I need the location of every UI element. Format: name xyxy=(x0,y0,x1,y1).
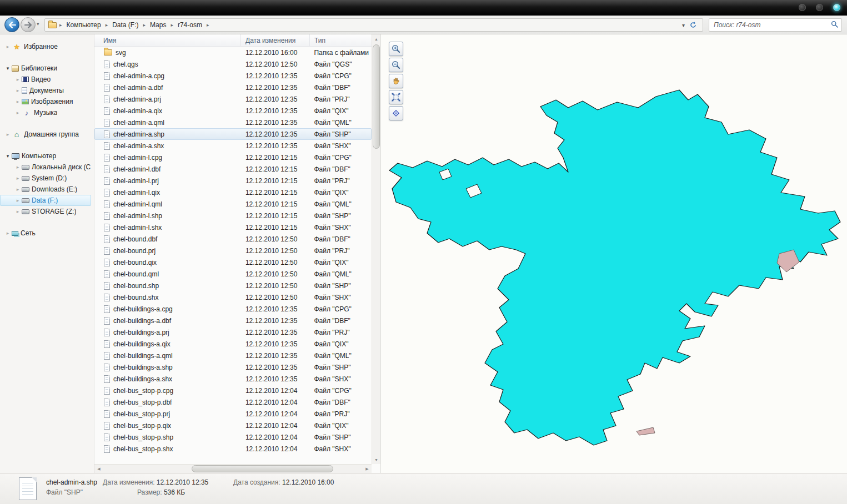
sidebar-item-drive-e[interactable]: ▸Downloads (E:) xyxy=(0,184,91,195)
address-dropdown-icon[interactable]: ▾ xyxy=(678,22,689,28)
sidebar-item-homegroup[interactable]: ▸Домашняя группа xyxy=(0,129,91,140)
sidebar-item-video[interactable]: ▸Видео xyxy=(0,74,91,85)
column-header-type[interactable]: Тип xyxy=(310,34,372,46)
file-row[interactable]: chel-buildings-a.qml12.12.2010 12:35Файл… xyxy=(94,350,372,361)
refresh-icon[interactable] xyxy=(689,21,699,29)
file-row[interactable]: chel-admin-a.shx12.12.2010 12:35Файл "SH… xyxy=(94,140,372,152)
scroll-right-icon[interactable]: ▶ xyxy=(363,465,372,473)
file-row[interactable]: chel-admin-a.qix12.12.2010 12:35Файл "QI… xyxy=(94,105,372,117)
file-row[interactable]: chel-buildings-a.dbf12.12.2010 12:35Файл… xyxy=(94,315,372,326)
file-row[interactable]: chel-admin-l.shx12.12.2010 12:15Файл "SH… xyxy=(94,221,372,233)
homegroup-icon xyxy=(12,130,22,139)
sidebar-item-libraries[interactable]: ▾Библиотеки xyxy=(0,63,91,74)
horizontal-scrollbar-thumb[interactable] xyxy=(192,465,333,472)
expand-arrow-icon[interactable]: ▸ xyxy=(14,175,22,181)
collapse-arrow-icon[interactable]: ▾ xyxy=(4,65,12,71)
breadcrumb-item[interactable]: Maps xyxy=(146,21,170,29)
minimize-button[interactable] xyxy=(799,4,806,11)
file-row[interactable]: chel-admin-l.qml12.12.2010 12:15Файл "QM… xyxy=(94,198,372,210)
scroll-down-icon[interactable]: ▼ xyxy=(372,455,380,464)
expand-arrow-icon[interactable]: ▸ xyxy=(4,44,12,49)
file-row[interactable]: chel-bus_stop-p.dbf12.12.2010 12:04Файл … xyxy=(94,396,372,408)
file-row[interactable]: chel-admin-l.shp12.12.2010 12:15Файл "SH… xyxy=(94,210,372,221)
file-row[interactable]: chel-admin-a.cpg12.12.2010 12:35Файл "CP… xyxy=(94,70,372,82)
sidebar-item-drive-f[interactable]: ▸Data (F:) xyxy=(0,195,91,206)
sidebar-item-favorites[interactable]: ▸Избранное xyxy=(0,41,91,52)
file-row[interactable]: chel-bound.shx12.12.2010 12:50Файл "SHX" xyxy=(94,291,372,303)
expand-arrow-icon[interactable]: ▸ xyxy=(14,99,22,104)
forward-button[interactable] xyxy=(21,17,36,32)
horizontal-scrollbar[interactable]: ◀ ▶ xyxy=(94,464,372,473)
column-header-name[interactable]: Имя xyxy=(94,34,241,46)
expand-arrow-icon[interactable]: ▸ xyxy=(4,132,12,137)
breadcrumb-separator-icon[interactable]: ▸ xyxy=(206,22,210,28)
file-row[interactable]: chel-admin-l.dbf12.12.2010 12:15Файл "DB… xyxy=(94,163,372,175)
zoom-in-button[interactable] xyxy=(389,42,403,56)
expand-arrow-icon[interactable]: ▸ xyxy=(14,164,22,170)
breadcrumb-item[interactable]: Data (F:) xyxy=(108,21,142,29)
back-button[interactable] xyxy=(4,17,19,32)
file-row[interactable]: chel-buildings-a.shx12.12.2010 12:35Файл… xyxy=(94,373,372,385)
maximize-button[interactable] xyxy=(816,4,823,11)
file-row[interactable]: chel-admin-a.shp12.12.2010 12:35Файл "SH… xyxy=(94,128,372,140)
vertical-scrollbar-thumb[interactable] xyxy=(373,44,380,149)
pan-button[interactable] xyxy=(389,74,403,88)
file-row[interactable]: chel-bound.dbf12.12.2010 12:50Файл "DBF" xyxy=(94,233,372,245)
sidebar-item-computer[interactable]: ▾Компьютер xyxy=(0,150,91,162)
sidebar-item-drive-d[interactable]: ▸System (D:) xyxy=(0,173,91,184)
search-icon xyxy=(831,21,838,29)
vertical-scrollbar[interactable]: ▲ ▼ xyxy=(372,34,380,464)
file-row[interactable]: chel-buildings-a.cpg12.12.2010 12:35Файл… xyxy=(94,303,372,315)
expand-arrow-icon[interactable]: ▸ xyxy=(4,230,12,236)
address-bar[interactable]: ▸ Компьютер▸Data (F:)▸Maps▸r74-osm▸ ▾ xyxy=(44,18,703,32)
expand-arrow-icon[interactable]: ▸ xyxy=(14,77,22,82)
sidebar-item-drive-z[interactable]: ▸STORAGE (Z:) xyxy=(0,206,91,217)
sidebar-item-music[interactable]: ▸Музыка xyxy=(0,107,91,118)
collapse-arrow-icon[interactable]: ▾ xyxy=(4,153,12,159)
file-row[interactable]: chel-bound.qml12.12.2010 12:50Файл "QML" xyxy=(94,268,372,280)
identify-button[interactable] xyxy=(389,106,403,120)
sidebar-item-documents[interactable]: ▸Документы xyxy=(0,85,91,96)
file-row[interactable]: chel-buildings-a.shp12.12.2010 12:35Файл… xyxy=(94,361,372,373)
file-row[interactable]: chel-bound.qix12.12.2010 12:50Файл "QIX" xyxy=(94,256,372,268)
zoom-out-button[interactable] xyxy=(389,58,403,72)
file-row[interactable]: chel-admin-a.prj12.12.2010 12:35Файл "PR… xyxy=(94,93,372,105)
search-input[interactable] xyxy=(713,21,831,29)
file-row[interactable]: chel-admin-l.qix12.12.2010 12:15Файл "QI… xyxy=(94,187,372,198)
scroll-left-icon[interactable]: ◀ xyxy=(94,465,103,473)
expand-arrow-icon[interactable]: ▸ xyxy=(14,209,22,214)
file-row[interactable]: chel-admin-a.qml12.12.2010 12:35Файл "QM… xyxy=(94,117,372,128)
file-row[interactable]: chel-admin-l.cpg12.12.2010 12:15Файл "CP… xyxy=(94,152,372,163)
expand-arrow-icon[interactable]: ▸ xyxy=(14,198,22,203)
file-icon xyxy=(104,294,110,301)
file-row[interactable]: chel-bus_stop-p.shp12.12.2010 12:04Файл … xyxy=(94,431,372,443)
expand-arrow-icon[interactable]: ▸ xyxy=(14,88,22,93)
expand-arrow-icon[interactable]: ▸ xyxy=(14,110,22,115)
search-box[interactable] xyxy=(709,18,842,32)
zoom-full-extent-button[interactable] xyxy=(389,90,403,104)
file-row[interactable]: chel-bus_stop-p.qix12.12.2010 12:04Файл … xyxy=(94,420,372,431)
file-row[interactable]: chel-admin-a.dbf12.12.2010 12:35Файл "DB… xyxy=(94,82,372,93)
sidebar-item-pictures[interactable]: ▸Изображения xyxy=(0,96,91,107)
file-row[interactable]: chel-admin-l.prj12.12.2010 12:15Файл "PR… xyxy=(94,175,372,187)
file-row[interactable]: chel-bound.shp12.12.2010 12:50Файл "SHP" xyxy=(94,280,372,291)
file-row[interactable]: chel-buildings-a.qix12.12.2010 12:35Файл… xyxy=(94,338,372,350)
file-row[interactable]: chel-buildings-a.prj12.12.2010 12:35Файл… xyxy=(94,326,372,338)
file-row[interactable]: svg12.12.2010 16:00Папка с файлами xyxy=(94,47,372,58)
file-row[interactable]: chel-bus_stop-p.cpg12.12.2010 12:04Файл … xyxy=(94,385,372,396)
close-button[interactable] xyxy=(833,4,840,11)
scroll-up-icon[interactable]: ▲ xyxy=(372,34,380,43)
file-row[interactable]: chel.qgs12.12.2010 12:50Файл "QGS" xyxy=(94,58,372,70)
sidebar-item-drive-c[interactable]: ▸Локальный диск (C:) xyxy=(0,162,91,173)
file-row[interactable]: chel-bus_stop-p.shx12.12.2010 12:04Файл … xyxy=(94,443,372,455)
breadcrumb-item[interactable]: Компьютер xyxy=(63,21,105,29)
file-row[interactable]: chel-bus_stop-p.prj12.12.2010 12:04Файл … xyxy=(94,408,372,420)
sidebar-item-network[interactable]: ▸Сеть xyxy=(0,228,91,239)
recent-pages-dropdown-icon[interactable]: ▾ xyxy=(37,21,39,27)
expand-arrow-icon[interactable]: ▸ xyxy=(14,187,22,192)
file-row[interactable]: chel-bound.prj12.12.2010 12:50Файл "PRJ" xyxy=(94,245,372,256)
column-header-date[interactable]: Дата изменения xyxy=(241,34,310,46)
file-list: Имя Дата изменения Тип svg12.12.2010 16:… xyxy=(94,34,380,473)
file-name: chel-bound.shp xyxy=(113,282,159,290)
breadcrumb-item[interactable]: r74-osm xyxy=(174,21,206,29)
